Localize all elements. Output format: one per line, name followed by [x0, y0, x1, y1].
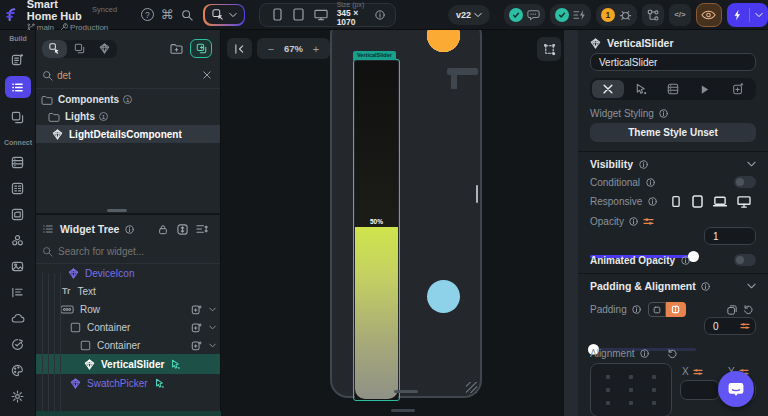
swatch-sky-blue[interactable] — [427, 280, 460, 313]
tree-row-container-1[interactable]: Container — [36, 318, 220, 336]
zoom-in-button[interactable]: + — [309, 43, 323, 55]
size-value[interactable]: 345 × 1070 — [337, 9, 372, 28]
nav-theme-icon[interactable] — [5, 359, 31, 381]
nav-cloud-functions-icon[interactable] — [5, 307, 31, 329]
nav-dashboard-icon[interactable] — [5, 48, 31, 70]
info-icon[interactable] — [637, 349, 651, 358]
nav-database-icon[interactable] — [5, 151, 31, 173]
run-options-button[interactable] — [750, 3, 768, 27]
add-component-button[interactable] — [190, 39, 212, 58]
nav-files-icon[interactable] — [5, 203, 31, 225]
version-dropdown[interactable]: v22 — [448, 5, 490, 25]
info-icon[interactable] — [645, 197, 659, 206]
tree-row-row[interactable]: Row — [36, 300, 220, 318]
collapse-panel-button[interactable] — [227, 38, 252, 59]
nav-custom-code-icon[interactable] — [5, 281, 31, 303]
tab-documentation[interactable] — [722, 80, 754, 98]
padding-set-from-variable-icon[interactable] — [740, 322, 750, 330]
add-folder-button[interactable] — [166, 40, 186, 58]
info-icon[interactable] — [636, 160, 650, 169]
visibility-collapse-chevron[interactable] — [747, 161, 756, 167]
flutterflow-logo-icon[interactable] — [0, 7, 23, 22]
tab-actions[interactable] — [624, 80, 656, 98]
row-options-chevron[interactable] — [204, 343, 220, 348]
responsive-laptop-toggle[interactable] — [708, 196, 732, 207]
review-status-group[interactable] — [504, 4, 545, 26]
vertical-slider-selection-outline[interactable]: VerticalSlider 50% — [353, 59, 400, 401]
select-widget-tab[interactable] — [42, 40, 67, 58]
row-options-chevron[interactable] — [204, 325, 220, 330]
phone-scrollbar[interactable] — [476, 185, 478, 203]
info-icon[interactable] — [122, 225, 136, 234]
tree-row-text[interactable]: Tr Text — [36, 282, 220, 300]
insert-widget-button[interactable] — [188, 322, 204, 333]
alignment-x-input[interactable] — [680, 380, 720, 400]
conditional-toggle[interactable] — [734, 176, 756, 188]
insert-widget-button[interactable] — [188, 340, 204, 351]
tree-row-deviceicon[interactable]: DeviceIcon — [36, 264, 220, 282]
padding-all-sides-button[interactable] — [648, 302, 666, 317]
row-options-chevron[interactable] — [204, 307, 220, 312]
command-menu-button[interactable]: ⌘ — [159, 4, 176, 26]
info-icon[interactable] — [657, 109, 671, 118]
design-canvas[interactable]: VerticalSlider 50% − — [221, 30, 564, 416]
tablet-preview-button[interactable] — [288, 8, 310, 21]
x-set-from-variable-icon[interactable] — [691, 368, 705, 376]
tool-mode-dropdown[interactable] — [203, 4, 245, 26]
expand-collapse-all-button[interactable] — [172, 224, 192, 235]
insert-widget-button[interactable] — [188, 304, 204, 315]
panel-resize-handle[interactable] — [107, 209, 127, 212]
frame-select-button[interactable] — [537, 37, 561, 61]
opacity-set-from-variable-icon[interactable] — [641, 217, 657, 226]
zoom-level[interactable]: 67% — [284, 43, 303, 54]
size-info-icon[interactable] — [372, 10, 387, 20]
info-icon[interactable] — [678, 256, 692, 265]
padding-reset-button[interactable] — [740, 305, 756, 315]
tree-row-swatchpicker[interactable]: SwatchPicker — [36, 374, 220, 393]
deploy-status-group[interactable] — [550, 4, 591, 26]
tree-row-verticalslider-selected[interactable]: VerticalSlider — [36, 354, 220, 374]
help-button[interactable]: ? — [139, 4, 156, 26]
page-templates-tab[interactable] — [67, 40, 92, 58]
info-icon[interactable] — [643, 178, 657, 187]
responsive-phone-toggle[interactable] — [666, 195, 686, 208]
widget-tree-overview-button[interactable] — [642, 4, 664, 26]
animated-opacity-toggle[interactable] — [734, 254, 756, 266]
preview-button[interactable] — [696, 3, 722, 27]
padding-copy-button[interactable] — [724, 305, 740, 315]
padding-individual-button[interactable] — [666, 302, 686, 317]
info-icon[interactable] — [627, 217, 641, 226]
panel-scrollbar-gutter[interactable] — [564, 30, 578, 416]
clear-search-icon[interactable] — [200, 68, 214, 82]
swatch-orange[interactable] — [427, 30, 460, 52]
issues-group[interactable]: 1 — [596, 4, 637, 26]
widget-search-input[interactable] — [58, 246, 214, 257]
info-icon[interactable] — [699, 282, 713, 291]
theme-style-unset-button[interactable]: Theme Style Unset — [590, 123, 756, 142]
components-search-input[interactable] — [57, 70, 196, 81]
info-icon[interactable] — [630, 305, 644, 314]
components-tab[interactable] — [92, 40, 117, 58]
alignment-reset-button[interactable] — [664, 349, 680, 359]
tab-styling[interactable] — [592, 80, 624, 98]
padding-value-field[interactable]: 0 — [704, 317, 756, 335]
phone-resize-handle[interactable] — [466, 382, 477, 393]
padding-collapse-chevron[interactable] — [747, 283, 756, 289]
tree-row-container-2[interactable]: Container — [36, 336, 220, 354]
nav-integrations-icon[interactable] — [5, 229, 31, 251]
nav-app-checks-icon[interactable] — [5, 333, 31, 355]
zoom-out-button[interactable]: − — [264, 43, 278, 55]
chat-launcher-button[interactable] — [718, 371, 754, 407]
nav-widget-tree-icon[interactable] — [5, 76, 31, 98]
desktop-preview-button[interactable] — [309, 9, 332, 21]
lock-canvas-button[interactable] — [154, 224, 172, 235]
alignment-grid[interactable] — [590, 363, 672, 416]
folder-row-lights[interactable]: Lights 1 — [36, 108, 220, 125]
responsive-tablet-toggle[interactable] — [686, 195, 708, 208]
component-row-selected[interactable]: LightDetailsComponent — [36, 125, 220, 143]
run-button[interactable] — [727, 3, 749, 27]
tab-backend[interactable] — [657, 80, 689, 98]
tab-animations[interactable] — [689, 80, 721, 98]
folder-row-components[interactable]: Components 1 — [36, 91, 220, 108]
search-button[interactable] — [178, 4, 195, 26]
